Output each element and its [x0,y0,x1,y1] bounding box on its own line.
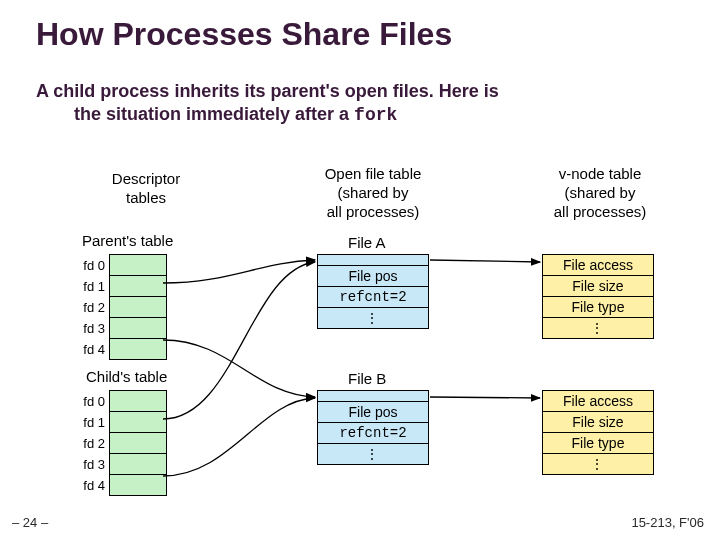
col-openfile: Open file table (shared by all processes… [298,165,448,221]
lead-line2: the situation immediately after a [74,104,354,124]
fd-cell [110,475,167,496]
fd-label: fd 1 [74,412,110,433]
openfile-b: File pos refcnt=2 ⋮ [317,390,429,465]
fd-cell [110,454,167,475]
vn-access: File access [543,391,653,411]
fd-cell [110,433,167,454]
col-descriptor: Descriptor tables [86,170,206,208]
parent-label: Parent's table [82,232,173,249]
page-title: How Processes Share Files [36,16,452,53]
lead-code: fork [354,105,397,125]
fd-cell [110,391,167,412]
vnode-a: File access File size File type ⋮ [542,254,654,339]
fd-label: fd 2 [74,433,110,454]
fd-cell [110,318,167,339]
fd-label: fd 3 [74,318,110,339]
vn-size: File size [543,411,653,432]
fileb-label: File B [348,370,386,387]
slide-number: – 24 – [12,515,48,530]
lead-text: A child process inherits its parent's op… [36,80,684,126]
fd-cell [110,412,167,433]
fd-label: fd 2 [74,297,110,318]
of-blank [318,255,428,265]
vn-dots: ⋮ [543,317,653,338]
of-pos: File pos [318,401,428,422]
of-pos: File pos [318,265,428,286]
col-vnode: v-node table (shared by all processes) [520,165,680,221]
filea-label: File A [348,234,386,251]
fd-cell [110,297,167,318]
fd-label: fd 1 [74,276,110,297]
fd-cell [110,255,167,276]
child-fd-table: fd 0 fd 1 fd 2 fd 3 fd 4 [74,390,167,496]
of-refcnt: refcnt=2 [318,286,428,307]
course-tag: 15-213, F'06 [631,515,704,530]
of-dots: ⋮ [318,307,428,328]
fd-label: fd 4 [74,475,110,496]
vn-type: File type [543,432,653,453]
of-dots: ⋮ [318,443,428,464]
fd-label: fd 4 [74,339,110,360]
of-refcnt: refcnt=2 [318,422,428,443]
child-label: Child's table [86,368,167,385]
vnode-b: File access File size File type ⋮ [542,390,654,475]
lead-line1: A child process inherits its parent's op… [36,81,499,101]
fd-label: fd 0 [74,255,110,276]
openfile-a: File pos refcnt=2 ⋮ [317,254,429,329]
fd-label: fd 0 [74,391,110,412]
vn-dots: ⋮ [543,453,653,474]
vn-access: File access [543,255,653,275]
vn-size: File size [543,275,653,296]
fd-label: fd 3 [74,454,110,475]
parent-fd-table: fd 0 fd 1 fd 2 fd 3 fd 4 [74,254,167,360]
vn-type: File type [543,296,653,317]
of-blank [318,391,428,401]
fd-cell [110,339,167,360]
fd-cell [110,276,167,297]
